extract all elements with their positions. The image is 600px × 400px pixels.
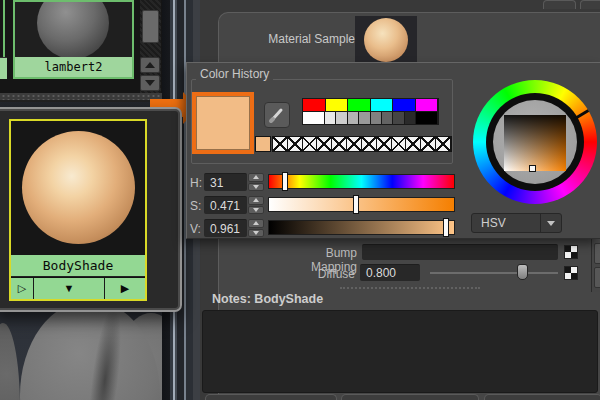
hue-slider-handle[interactable] xyxy=(282,172,288,191)
value-spinner[interactable] xyxy=(248,219,264,237)
value-slider-handle[interactable] xyxy=(443,218,449,237)
color-mode-dropdown[interactable]: HSV xyxy=(471,213,562,233)
sv-picker-marker[interactable] xyxy=(529,165,536,172)
current-color-swatch[interactable] xyxy=(192,92,254,154)
scrollbar-thumb[interactable] xyxy=(142,10,159,43)
palette-gray-swatch[interactable] xyxy=(405,112,416,124)
value-slider[interactable] xyxy=(268,220,455,235)
material-sample-sphere xyxy=(364,18,408,62)
palette-color-swatch[interactable] xyxy=(393,99,416,111)
history-empty-swatch[interactable] xyxy=(317,137,332,151)
palette-color-swatch[interactable] xyxy=(326,99,349,111)
history-empty-swatch[interactable] xyxy=(303,137,318,151)
material-swatch-bodyshade[interactable]: BodyShade ▷ ▼ ▶ xyxy=(9,119,147,301)
palette-row-grays xyxy=(303,111,438,124)
bodyshade-label: BodyShade xyxy=(11,255,145,277)
bottom-button-1[interactable] xyxy=(205,394,337,400)
material-sample-label: Material Sample xyxy=(260,32,355,46)
spinner-down-button[interactable] xyxy=(248,229,264,238)
palette-gray-swatch[interactable] xyxy=(371,112,382,124)
diffuse-value-field[interactable]: 0.800 xyxy=(360,264,420,281)
panel-resize-handle[interactable] xyxy=(0,93,162,102)
palette-color-swatch[interactable] xyxy=(348,99,371,111)
spinner-up-button[interactable] xyxy=(248,196,264,205)
palette-gray-swatch[interactable] xyxy=(303,112,325,124)
diffuse-slider-handle[interactable] xyxy=(517,264,528,280)
side-mini-strip xyxy=(591,237,600,292)
bodyshade-button-row: ▷ ▼ ▶ xyxy=(11,278,145,299)
bump-map-checker-icon[interactable] xyxy=(564,245,578,259)
hue-value-field[interactable]: 31 xyxy=(204,173,247,191)
scroll-up-button[interactable] xyxy=(140,57,160,73)
diffuse-slider-track[interactable] xyxy=(430,272,558,274)
saturation-value-field[interactable]: 0.471 xyxy=(204,196,247,214)
bodyshade-sphere xyxy=(22,131,135,244)
history-empty-swatch[interactable] xyxy=(392,137,407,151)
neighbor-swatch-edge xyxy=(3,0,5,58)
history-empty-swatch[interactable] xyxy=(273,137,288,151)
color-chooser-window: Color History H: 31 S: 0.471 xyxy=(186,62,600,239)
sv-picker-square[interactable] xyxy=(504,115,566,171)
mini-button-2[interactable] xyxy=(594,267,600,288)
history-empty-swatch[interactable] xyxy=(377,137,392,151)
history-empty-swatch[interactable] xyxy=(347,137,362,151)
color-palette xyxy=(302,98,439,125)
saturation-spinner[interactable] xyxy=(248,196,264,214)
color-history-title: Color History xyxy=(196,67,273,81)
palette-gray-swatch[interactable] xyxy=(393,112,404,124)
play-outline-button[interactable]: ▷ xyxy=(11,278,33,299)
hue-slider[interactable] xyxy=(268,174,455,189)
palette-gray-swatch[interactable] xyxy=(348,112,359,124)
eyedropper-button[interactable] xyxy=(264,102,290,128)
play-outline-icon: ▷ xyxy=(18,283,26,294)
palette-gray-swatch[interactable] xyxy=(416,112,438,124)
top-tab-button-1[interactable] xyxy=(543,0,576,9)
history-empty-swatch[interactable] xyxy=(362,137,377,151)
bodyshade-swatch-window: BodyShade ▷ ▼ ▶ xyxy=(0,107,182,312)
diffuse-label: Diffuse xyxy=(280,267,355,281)
history-empty-swatch[interactable] xyxy=(436,137,451,151)
palette-color-swatch[interactable] xyxy=(303,99,326,111)
history-empty-swatch[interactable] xyxy=(332,137,347,151)
palette-gray-swatch[interactable] xyxy=(359,112,370,124)
top-tab-button-2[interactable] xyxy=(580,0,600,9)
hue-spinner[interactable] xyxy=(248,173,264,191)
dropdown-arrow-button[interactable] xyxy=(540,214,561,232)
down-arrow-icon xyxy=(253,208,259,212)
expand-down-button[interactable]: ▼ xyxy=(34,278,104,299)
history-empty-swatch[interactable] xyxy=(406,137,421,151)
spinner-up-button[interactable] xyxy=(248,173,264,182)
neighbor-swatch-label-edge xyxy=(0,57,7,79)
palette-color-swatch[interactable] xyxy=(416,99,439,111)
palette-color-swatch[interactable] xyxy=(371,99,394,111)
diffuse-map-checker-icon[interactable] xyxy=(564,266,578,280)
notes-textarea[interactable] xyxy=(202,310,598,393)
palette-gray-swatch[interactable] xyxy=(336,112,347,124)
mini-button-1[interactable] xyxy=(594,243,600,264)
spinner-down-button[interactable] xyxy=(248,183,264,192)
up-arrow-icon xyxy=(253,221,259,225)
hue-wheel-marker xyxy=(573,109,589,120)
material-swatch-lambert2[interactable]: lambert2 xyxy=(13,0,134,79)
bump-mapping-field[interactable] xyxy=(362,244,558,260)
expand-right-button[interactable]: ▶ xyxy=(105,278,145,299)
lambert2-preview xyxy=(15,2,132,57)
bodyshade-preview xyxy=(11,121,145,255)
palette-gray-swatch[interactable] xyxy=(325,112,336,124)
spinner-up-button[interactable] xyxy=(248,219,264,228)
history-empty-swatch[interactable] xyxy=(288,137,303,151)
palette-gray-swatch[interactable] xyxy=(382,112,393,124)
spinner-down-button[interactable] xyxy=(248,206,264,215)
scroll-down-button[interactable] xyxy=(140,75,160,91)
saturation-slider-handle[interactable] xyxy=(353,195,359,214)
down-arrow-icon xyxy=(253,231,259,235)
material-sample-preview xyxy=(355,16,417,64)
history-empty-swatch[interactable] xyxy=(421,137,436,151)
saturation-slider[interactable] xyxy=(268,197,455,212)
history-swatch-current[interactable] xyxy=(255,136,271,152)
bottom-button-3[interactable] xyxy=(484,394,600,400)
up-arrow-icon xyxy=(253,198,259,202)
lambert2-label: lambert2 xyxy=(15,57,132,77)
bottom-button-2[interactable] xyxy=(341,394,479,400)
value-value-field[interactable]: 0.961 xyxy=(204,219,247,237)
